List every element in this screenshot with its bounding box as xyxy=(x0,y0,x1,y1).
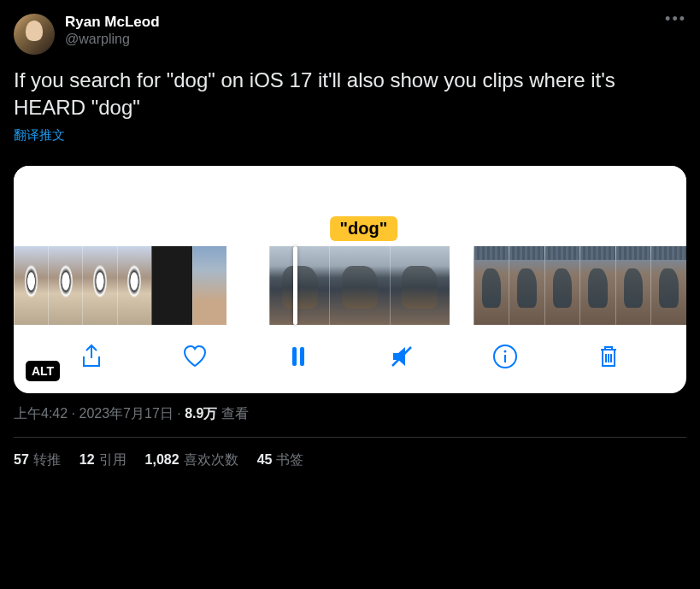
share-icon[interactable] xyxy=(77,342,106,371)
svg-rect-1 xyxy=(300,347,304,366)
video-frame xyxy=(14,246,48,325)
user-info[interactable]: Ryan McLeod @warpling xyxy=(65,14,160,47)
video-frame xyxy=(329,246,389,325)
video-filmstrip[interactable] xyxy=(14,246,686,325)
clip-group xyxy=(474,246,686,325)
video-frame xyxy=(390,246,450,325)
clip-group xyxy=(14,246,226,325)
tweet-header: Ryan McLeod @warpling ••• xyxy=(14,14,686,55)
tweet-date[interactable]: 2023年7月17日 xyxy=(79,406,173,421)
user-handle: @warpling xyxy=(65,32,160,47)
bookmarks-stat[interactable]: 45书签 xyxy=(257,451,304,469)
media-top-area: "dog" xyxy=(14,166,686,241)
mute-icon[interactable] xyxy=(387,342,416,371)
info-icon[interactable] xyxy=(491,342,520,371)
video-frame xyxy=(650,246,686,325)
avatar[interactable] xyxy=(14,14,55,55)
quotes-stat[interactable]: 12引用 xyxy=(79,451,126,469)
video-frame xyxy=(615,246,651,325)
stats-line: 57转推 12引用 1,082喜欢次数 45书签 xyxy=(14,438,686,469)
tweet-time[interactable]: 上午4:42 xyxy=(14,406,68,421)
video-frame xyxy=(82,246,116,325)
views-count: 8.9万 xyxy=(185,406,217,421)
video-frame xyxy=(509,246,544,325)
search-highlight-label: "dog" xyxy=(330,216,398,241)
alt-badge[interactable]: ALT xyxy=(26,361,60,381)
translate-link[interactable]: 翻译推文 xyxy=(14,127,65,144)
display-name: Ryan McLeod xyxy=(65,14,160,31)
video-frame xyxy=(151,246,192,325)
views-label[interactable]: 查看 xyxy=(221,406,249,421)
heart-icon[interactable] xyxy=(180,342,209,371)
more-icon[interactable]: ••• xyxy=(665,10,686,28)
svg-point-4 xyxy=(504,350,507,352)
video-frame xyxy=(474,246,509,325)
likes-stat[interactable]: 1,082喜欢次数 xyxy=(145,451,238,469)
video-frame xyxy=(579,246,615,325)
video-frame xyxy=(48,246,82,325)
trash-icon[interactable] xyxy=(594,342,623,371)
media-toolbar xyxy=(14,325,686,393)
tweet-container: Ryan McLeod @warpling ••• If you search … xyxy=(0,0,700,483)
pause-icon[interactable] xyxy=(284,342,313,371)
video-frame xyxy=(269,246,329,325)
video-frame xyxy=(192,246,226,325)
playhead-indicator[interactable] xyxy=(293,246,297,325)
video-frame xyxy=(117,246,151,325)
tweet-meta: 上午4:42 · 2023年7月17日 · 8.9万 查看 xyxy=(14,405,686,438)
tweet-text: If you search for "dog" on iOS 17 it'll … xyxy=(14,67,686,122)
video-frame xyxy=(544,246,580,325)
svg-rect-0 xyxy=(292,347,297,366)
retweets-stat[interactable]: 57转推 xyxy=(14,451,61,469)
media-card[interactable]: "dog" xyxy=(14,166,686,393)
